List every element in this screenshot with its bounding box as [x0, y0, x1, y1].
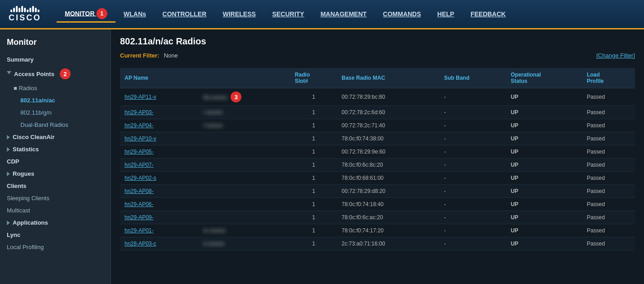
- content-area: 802.11a/n/ac Radios Current Filter: None…: [111, 29, 644, 284]
- sidebar-item-rogues[interactable]: Rogues: [0, 168, 111, 180]
- sidebar-label-summary: Summary: [7, 56, 34, 63]
- sidebar-item-sleeping-clients[interactable]: Sleeping Clients: [0, 192, 111, 204]
- nav-security[interactable]: SECURITY: [264, 8, 312, 20]
- cell-load-profile: Passed: [582, 172, 635, 185]
- nav-monitor[interactable]: MONITOR 1: [57, 6, 115, 23]
- cell-op-status: UP: [506, 119, 582, 132]
- table-row: hn29-AP07-178:0c:f0:6c:8c:20-UPPassed: [120, 159, 635, 172]
- cell-ap-name: hn29-AP02-s: [120, 172, 199, 185]
- cell-load-profile: Passed: [582, 119, 635, 132]
- cell-ap-suffix: [199, 132, 290, 145]
- cell-ap-suffix: [199, 145, 290, 159]
- sidebar-item-cdp[interactable]: CDP: [0, 155, 111, 168]
- ap-name-link[interactable]: hn29-AP03-: [125, 109, 154, 116]
- sidebar-item-80211a[interactable]: 802.11a/n/ac: [0, 94, 111, 106]
- ap-name-link[interactable]: hn29-AP02-s: [125, 175, 156, 181]
- sidebar-label-clients: Clients: [7, 183, 26, 189]
- sidebar-item-cleanair[interactable]: Cisco CleanAir: [0, 131, 111, 143]
- ap-name-link[interactable]: hn29-AP07-: [125, 162, 154, 168]
- ap-name-link[interactable]: hn29-AP10-v: [125, 135, 156, 142]
- cell-ap-name: hn29-AP09-: [120, 211, 199, 224]
- col-radio-slot: RadioSlot#: [290, 68, 337, 88]
- cell-sub-band: -: [439, 211, 506, 224]
- nav-commands[interactable]: COMMANDS: [375, 8, 429, 20]
- cell-ap-suffix: [199, 185, 290, 198]
- page-title: 802.11a/n/ac Radios: [120, 36, 635, 47]
- cell-slot: 1: [290, 106, 337, 119]
- cell-slot: 1: [290, 159, 337, 172]
- ap-name-link[interactable]: hn29-AP08-: [125, 188, 154, 194]
- cell-ap-suffix: [199, 198, 290, 211]
- cell-slot: 1: [290, 211, 337, 224]
- table-row: hn29-AP04-f xxxxxx100:72:78:2c:71:40-UPP…: [120, 119, 635, 132]
- top-header: CISCO MONITOR 1 WLANs CONTROLLER WIRELES…: [0, 0, 644, 29]
- cell-sub-band: -: [439, 88, 506, 106]
- cell-op-status: UP: [506, 185, 582, 198]
- ap-name-link[interactable]: hn29-AP04-: [125, 122, 154, 129]
- sidebar-item-multicast[interactable]: Multicast: [0, 204, 111, 217]
- cell-ap-name: hn29-AP06-: [120, 198, 199, 211]
- sidebar-item-local-profiling[interactable]: Local Profiling: [0, 241, 111, 253]
- cell-mac: 78:0c:f0:68:61:00: [337, 172, 439, 185]
- cell-load-profile: Passed: [582, 211, 635, 224]
- nav-help[interactable]: HELP: [429, 8, 462, 20]
- cell-load-profile: Passed: [582, 237, 635, 250]
- expand-arrow-applications: [7, 221, 10, 225]
- sidebar-label-applications: Applications: [13, 219, 48, 226]
- nav-management[interactable]: MANAGEMENT: [312, 8, 375, 20]
- cell-mac: 78:0c:f0:74:18:40: [337, 198, 439, 211]
- cell-slot: 1: [290, 198, 337, 211]
- ap-name-link[interactable]: hn29-AP05-: [125, 149, 154, 155]
- cell-slot: 1: [290, 172, 337, 185]
- sidebar-item-access-points[interactable]: Access Points 2: [0, 66, 111, 82]
- cell-slot: 1: [290, 237, 337, 250]
- sidebar-item-clients[interactable]: Clients: [0, 180, 111, 192]
- cell-ap-name: hn29-AP11-v: [120, 88, 199, 106]
- change-filter-link[interactable]: [Change Filter]: [596, 52, 635, 59]
- cell-slot: 1: [290, 224, 337, 237]
- ap-name-link[interactable]: hn29-AP06-: [125, 201, 154, 207]
- sidebar-item-dual-band[interactable]: Dual-Band Radios: [0, 119, 111, 131]
- cell-ap-suffix: b xxxxxx: [199, 237, 290, 250]
- cell-op-status: UP: [506, 132, 582, 145]
- step1-badge: 1: [96, 8, 107, 19]
- table-row: hn29-AP08-100:72:78:29:d8:20-UPPassed: [120, 185, 635, 198]
- cell-ap-name: hn29-AP05-: [120, 145, 199, 159]
- ap-name-link[interactable]: hn29-AP11-v: [125, 94, 156, 100]
- table-row: hn28-AP03-cb xxxxxx12c:73:a0:71:16:00-UP…: [120, 237, 635, 250]
- sidebar-item-summary[interactable]: Summary: [0, 53, 111, 66]
- table-row: hn29-AP02-s178:0c:f0:68:61:00-UPPassed: [120, 172, 635, 185]
- ap-name-link[interactable]: hn29-AP01-: [125, 227, 154, 234]
- nav-controller[interactable]: CONTROLLER: [154, 8, 215, 20]
- cell-load-profile: Passed: [582, 106, 635, 119]
- sidebar-item-80211b[interactable]: 802.11b/g/n: [0, 106, 111, 119]
- sidebar-item-statistics[interactable]: Statistics: [0, 143, 111, 155]
- ap-name-link[interactable]: hn28-AP03-c: [125, 241, 156, 247]
- cell-mac: 78:0c:f0:6c:8c:20: [337, 159, 439, 172]
- radios-table: AP Name RadioSlot# Base Radio MAC Sub Ba…: [120, 68, 635, 250]
- nav-menu: MONITOR 1 WLANs CONTROLLER WIRELESS SECU…: [57, 6, 514, 23]
- cisco-bars-icon: [10, 6, 39, 12]
- sidebar-item-radios[interactable]: ■ Radios: [0, 82, 111, 94]
- sidebar-label-dual-band: Dual-Band Radios: [20, 121, 68, 128]
- nav-wireless[interactable]: WIRELESS: [215, 8, 264, 20]
- table-row: hn29-AP06-178:0c:f0:74:18:40-UPPassed: [120, 198, 635, 211]
- step2-badge: 2: [60, 68, 71, 79]
- sidebar-label-multicast: Multicast: [7, 207, 30, 214]
- cell-slot: 1: [290, 132, 337, 145]
- sidebar-item-applications[interactable]: Applications: [0, 217, 111, 229]
- sidebar-item-lync[interactable]: Lync: [0, 229, 111, 241]
- nav-feedback[interactable]: FEEDBACK: [462, 8, 514, 20]
- nav-wlans[interactable]: WLANs: [115, 8, 154, 20]
- cell-sub-band: -: [439, 237, 506, 250]
- sidebar-label-statistics: Statistics: [13, 146, 39, 153]
- cell-op-status: UP: [506, 145, 582, 159]
- table-row: hn29-AP03-i xxxxxx100:72:78:2c:6d:60-UPP…: [120, 106, 635, 119]
- cell-mac: 78:0c:f0:74:38:00: [337, 132, 439, 145]
- cell-slot: 1: [290, 88, 337, 106]
- cell-sub-band: -: [439, 119, 506, 132]
- cell-sub-band: -: [439, 106, 506, 119]
- ap-name-link[interactable]: hn29-AP09-: [125, 214, 154, 221]
- table-row: hn29-AP01-io xxxxxx178:0c:f0:74:17:20-UP…: [120, 224, 635, 237]
- cisco-logo-text: CISCO: [9, 13, 41, 23]
